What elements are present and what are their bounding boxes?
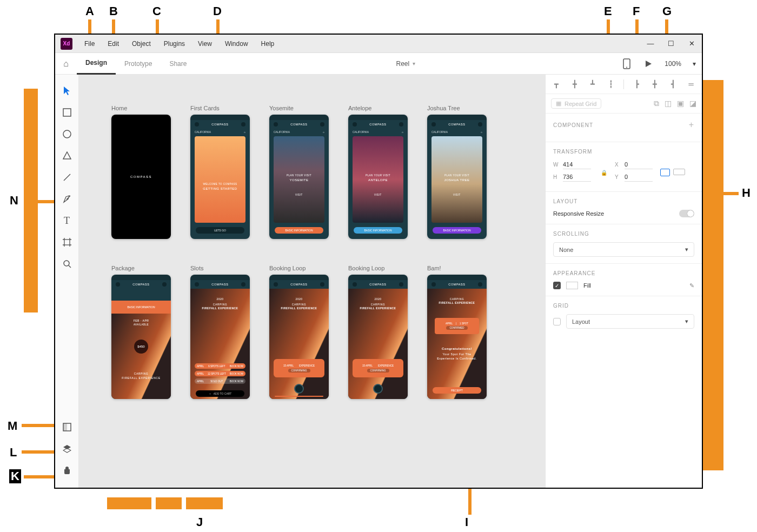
menu-window[interactable]: Window [218, 40, 255, 48]
maximize-button[interactable]: ☐ [661, 39, 681, 48]
boolean-intersect-icon[interactable]: ▣ [677, 99, 684, 108]
menu-object[interactable]: Object [125, 40, 157, 48]
grid-dropdown[interactable]: Layout▾ [566, 314, 694, 329]
x-input[interactable] [625, 160, 653, 169]
boolean-add-icon[interactable]: ⧉ [654, 99, 659, 108]
artboard-text: CALIFORNIA [431, 130, 448, 134]
layers-panel-icon[interactable] [55, 438, 79, 460]
distribute-h-icon[interactable]: ═ [686, 79, 696, 90]
fill-swatch[interactable] [566, 282, 578, 289]
portrait-icon[interactable] [660, 169, 670, 176]
y-input[interactable] [625, 172, 653, 182]
artboard-home[interactable]: Home COMPASS [111, 105, 171, 239]
menu-plugins[interactable]: Plugins [157, 40, 191, 48]
callout-h: H [742, 186, 751, 200]
artboard-bam[interactable]: Bam! COMPASS CARPING FIREFALL EXPERIENCE… [427, 265, 487, 399]
line-tool-icon[interactable] [55, 167, 79, 188]
artboard-text: COMPASS [348, 280, 408, 289]
callout-g: G [662, 4, 672, 18]
h-bar [703, 80, 723, 470]
artboard-title: Slots [190, 265, 250, 271]
home-icon[interactable]: ⌂ [55, 59, 77, 69]
plugins-panel-icon[interactable] [55, 460, 79, 481]
zoom-level[interactable]: 100% [659, 60, 687, 68]
pen-tool-icon[interactable] [55, 188, 79, 210]
artboard-tool-icon[interactable] [55, 231, 79, 253]
canvas-pasteboard[interactable]: Home COMPASS First Cards COMPASS CALIFOR… [79, 75, 545, 488]
artboard-text: VISIT [274, 194, 324, 196]
artboard-yosemite[interactable]: Yosemite COMPASS CALIFORNIA⌕ PLAN YOUR V… [269, 105, 329, 239]
boolean-exclude-icon[interactable]: ◪ [689, 99, 696, 108]
grid-checkbox[interactable] [553, 318, 561, 325]
artboard-package[interactable]: Package COMPASS BASIC INFORMATION FEB - … [111, 265, 171, 399]
eyedropper-icon[interactable]: ✎ [689, 282, 694, 289]
callout-k: K [9, 469, 21, 483]
rectangle-tool-icon[interactable] [55, 102, 79, 123]
artboard-text: FIREFALL EXPERIENCE [427, 301, 487, 304]
j-block [186, 497, 223, 509]
device-preview-icon[interactable] [616, 58, 638, 69]
fill-checkbox[interactable]: ✓ [553, 282, 561, 289]
artboard-booking-loop-1[interactable]: Booking Loop COMPASS 2020 CARPING FIREFA… [269, 265, 329, 399]
document-name: Reel [396, 60, 410, 68]
boolean-subtract-icon[interactable]: ◫ [665, 99, 672, 108]
repeat-grid-button[interactable]: ▦Repeat Grid [551, 98, 601, 109]
align-left-icon[interactable]: ┣ [632, 79, 642, 90]
scrolling-dropdown[interactable]: None▾ [553, 242, 694, 257]
menu-file[interactable]: File [78, 40, 101, 48]
zoom-chevron-icon[interactable]: ▾ [687, 60, 702, 68]
artboard-button: LETS GO [196, 227, 244, 234]
tab-prototype[interactable]: Prototype [116, 53, 161, 75]
repeat-grid-icon: ▦ [556, 100, 561, 107]
artboard-text: Your Spot For The [427, 353, 487, 356]
close-button[interactable]: ✕ [681, 39, 702, 48]
width-input[interactable] [563, 160, 591, 169]
artboard-text: JOSHUA TREE [431, 178, 482, 182]
landscape-icon[interactable] [673, 169, 685, 175]
assets-panel-icon[interactable] [55, 416, 79, 438]
app-window: Xd File Edit Object Plugins View Window … [54, 34, 703, 489]
document-name-dropdown[interactable]: Reel▾ [396, 60, 416, 68]
menu-edit[interactable]: Edit [101, 40, 125, 48]
height-input[interactable] [563, 172, 591, 182]
search-icon: ⌕ [402, 130, 403, 134]
j-block [156, 497, 182, 509]
tab-design[interactable]: Design [77, 53, 116, 75]
artboard-booking-loop-2[interactable]: Booking Loop COMPASS 2020 CARPING FIREFA… [348, 265, 408, 399]
artboard-text: COMPASS [348, 120, 408, 129]
align-right-icon[interactable]: ┫ [668, 79, 679, 90]
text-tool-icon[interactable]: T [55, 210, 79, 231]
add-component-icon[interactable]: + [689, 120, 694, 130]
y-label: Y [615, 174, 621, 180]
select-tool-icon[interactable] [55, 80, 79, 102]
responsive-resize-toggle[interactable] [679, 210, 694, 217]
artboard-first-cards[interactable]: First Cards COMPASS CALIFORNIA⌕ WELCOME … [190, 105, 250, 239]
zoom-tool-icon[interactable] [55, 253, 79, 275]
artboard-text: FIREFALL EXPERIENCE [348, 307, 408, 310]
artboard-text: CARPING [348, 303, 408, 306]
artboard-joshua-tree[interactable]: Joshua Tree COMPASS CALIFORNIA⌕ PLAN YOU… [427, 105, 487, 239]
distribute-v-icon[interactable]: ┇ [606, 79, 616, 90]
ellipse-tool-icon[interactable] [55, 123, 79, 145]
artboard-button: ＋ADD TO CART [196, 390, 244, 397]
play-icon[interactable] [638, 60, 659, 68]
artboard-text: EXPERIENCE [299, 364, 315, 367]
artboard-antelope[interactable]: Antelope COMPASS CALIFORNIA⌕ PLAN YOUR V… [348, 105, 408, 239]
align-vcenter-icon[interactable]: ╋ [569, 79, 580, 90]
align-top-icon[interactable]: ┳ [551, 79, 562, 90]
artboard-slots[interactable]: Slots COMPASS 2020 CARPING FIREFALL EXPE… [190, 265, 250, 399]
artboard-text: FIREFALL EXPERIENCE [269, 307, 329, 310]
polygon-tool-icon[interactable] [55, 145, 79, 167]
tab-share[interactable]: Share [161, 53, 195, 75]
align-hcenter-icon[interactable]: ╋ [649, 79, 660, 90]
menu-help[interactable]: Help [255, 40, 281, 48]
callout-j: J [196, 515, 203, 529]
menu-view[interactable]: View [191, 40, 218, 48]
artboard-text: ADD TO CART [214, 392, 232, 395]
align-bottom-icon[interactable]: ┻ [587, 79, 598, 90]
lock-aspect-icon[interactable]: 🔒 [601, 170, 607, 176]
n-bar [24, 89, 38, 312]
artboard-button: BASIC INFORMATION [433, 227, 481, 234]
mode-bar: ⌂ Design Prototype Share Reel▾ 100% ▾ [55, 53, 702, 75]
minimize-button[interactable]: — [640, 39, 661, 48]
